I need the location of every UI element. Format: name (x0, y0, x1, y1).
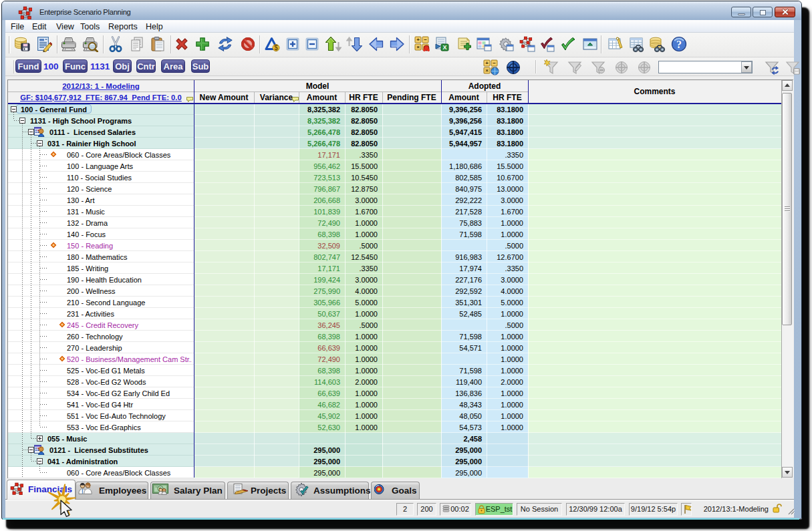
svg-text:−: − (493, 60, 496, 66)
svg-text:×: × (416, 44, 420, 50)
svg-text:$: $ (274, 44, 278, 51)
svg-text:+: + (416, 37, 420, 43)
svg-text:−: − (424, 37, 427, 43)
svg-text:?: ? (676, 39, 682, 50)
svg-text:50: 50 (155, 485, 158, 488)
svg-text:×: × (485, 67, 489, 73)
svg-text:+: + (485, 60, 489, 66)
svg-text:X: X (442, 44, 446, 51)
